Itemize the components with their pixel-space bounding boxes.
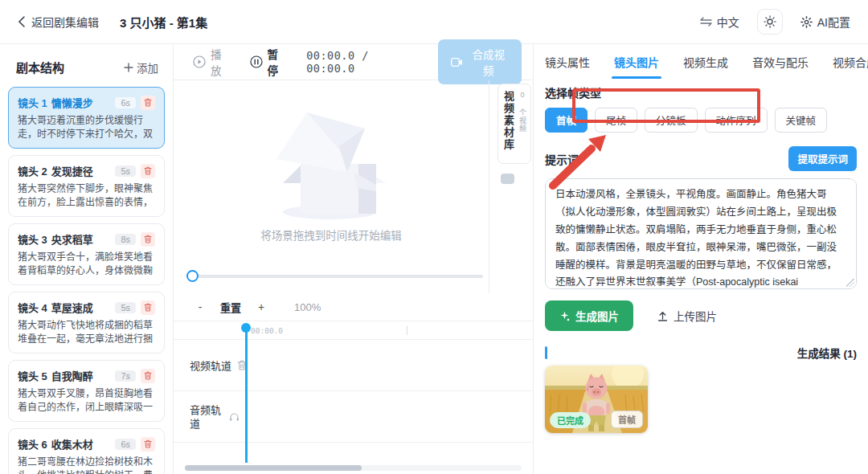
shot-description: 猪大哥双手叉腰，昂首挺胸地看着自己的杰作，闭上眼睛深吸一口气，脸上洋溢着自... [18, 387, 155, 415]
pause-icon [250, 55, 263, 68]
pause-label: 暂停 [268, 46, 288, 78]
stage-seek-slider[interactable] [188, 270, 483, 282]
material-library-tab[interactable]: 视频素材库 0 个视频 [497, 84, 531, 164]
add-shot-button[interactable]: 添加 [124, 59, 158, 76]
frame-option-storyboard[interactable]: 分镜板 [645, 108, 698, 133]
tab-shot-image[interactable]: 镜头图片 [614, 54, 659, 70]
shot-description: 猪大哥迈着沉重的步伐缓慢行走，时不时停下来打个哈欠，双手无力地垂在身侧，一... [18, 114, 155, 141]
episode-title: 3 只小猪 - 第1集 [120, 14, 207, 31]
shot-name: 镜头 6 [18, 436, 47, 452]
material-library-title: 视频素材库 [501, 91, 516, 163]
shot-card-2[interactable]: 镜头 2 发现捷径 5s 猪大哥突然停下脚步，眼神聚焦在前方，脸上露出惊喜的表情… [8, 155, 165, 217]
headphones-icon [229, 412, 240, 422]
delete-shot-button[interactable] [141, 369, 155, 383]
zoom-reset-button[interactable]: 重置 [220, 300, 241, 315]
duration-badge: 6s [115, 97, 136, 108]
gear-icon [800, 16, 813, 28]
delete-shot-button[interactable] [141, 232, 155, 247]
frame-option-keyframe[interactable]: 关键帧 [775, 108, 828, 133]
stage-slider-handle[interactable] [186, 270, 199, 282]
tab-video-compose[interactable]: 视频合成 [833, 54, 868, 70]
delete-shot-button[interactable] [141, 300, 155, 315]
sun-icon [764, 15, 776, 28]
ruler-tick [407, 326, 407, 335]
video-track[interactable]: 视频轨道 [174, 340, 533, 391]
ai-config-button[interactable]: AI配置 [800, 14, 850, 30]
inspector-tabs: 镜头属性 镜头图片 视频生成 音效与配乐 视频合成 [545, 44, 857, 80]
frame-option-last[interactable]: 尾帧 [595, 108, 637, 133]
shot-list: 镜头 1 慵懒漫步 6s 猪大哥迈着沉重的步伐缓慢行走，时不时停下来打个哈欠，双… [0, 85, 173, 474]
frame-option-action-sequence[interactable]: 动作序列 [705, 108, 768, 133]
video-material-library-panel[interactable]: 视频素材库 0 个视频 [489, 80, 533, 293]
play-button[interactable]: 播放 [193, 46, 231, 78]
timeline-zoom-bar: - 重置 + 100% [174, 293, 533, 321]
shot-description: 猪大哥动作飞快地将成捆的稻草堆叠在一起，毫无章法地进行捆绑和搭建，因为动... [18, 319, 155, 346]
delete-shot-button[interactable] [141, 96, 155, 110]
compose-video-button[interactable]: 合成视频 [438, 39, 522, 84]
prompt-textarea[interactable]: 日本动漫风格，全景镜头，平视角度。画面静止。角色猪大哥（拟人化动漫形象，体型圆润… [545, 178, 857, 289]
generated-image-thumbnail[interactable]: 已完成 首帧 [545, 366, 648, 433]
back-to-episodes-button[interactable]: 返回剧集编辑 [18, 14, 99, 30]
ai-config-label: AI配置 [817, 14, 850, 30]
play-label: 播放 [211, 46, 231, 78]
frame-type-label: 选择帧类型 [545, 84, 857, 100]
app-window: 返回剧集编辑 3 只小猪 - 第1集 中文 [0, 0, 868, 474]
preview-stage[interactable]: 将场景拖拽到时间线开始编辑 视频素材库 0 个视频 [174, 80, 533, 293]
slider-track [188, 275, 483, 278]
tab-sfx-music[interactable]: 音效与配乐 [752, 54, 809, 70]
generate-image-label: 生成图片 [575, 308, 619, 324]
delete-shot-button[interactable] [141, 164, 155, 178]
timeline-ruler[interactable]: 00:00.0 [174, 321, 533, 340]
generate-image-button[interactable]: 生成图片 [545, 300, 633, 331]
shot-name: 镜头 3 [18, 231, 47, 247]
duration-badge: 6s [115, 439, 136, 450]
shot-subtitle: 草屋速成 [51, 300, 93, 315]
pause-button[interactable]: 暂停 [250, 46, 288, 78]
add-label: 添加 [137, 59, 158, 76]
timeline-scrollbar[interactable] [185, 465, 522, 471]
plus-icon [124, 63, 133, 72]
shot-card-4[interactable]: 镜头 4 草屋速成 5s 猪大哥动作飞快地将成捆的稻草堆叠在一起，毫无章法地进行… [8, 292, 165, 353]
extract-prompt-button[interactable]: 提取提示词 [788, 146, 857, 171]
stage-empty-hint: 将场景拖拽到时间线开始编辑 [260, 227, 402, 243]
upload-icon [657, 311, 668, 321]
sparkle-icon [559, 311, 570, 321]
shot-name: 镜头 1 [18, 95, 47, 110]
language-label: 中文 [717, 14, 739, 30]
upload-image-button[interactable]: 上传图片 [657, 308, 717, 324]
shot-subtitle: 自我陶醉 [51, 368, 93, 383]
theme-toggle-button[interactable] [757, 9, 783, 35]
video-camera-icon [451, 58, 463, 67]
editor-center-panel: 播放 暂停 00:00.0 / 00:00.0 合成视频 [174, 44, 533, 474]
zoom-level-value: 100% [294, 301, 321, 313]
swap-arrows-icon [700, 17, 712, 27]
language-switch-button[interactable]: 中文 [700, 14, 739, 30]
tab-video-generation[interactable]: 视频生成 [683, 54, 728, 70]
prompt-label: 提示词 [545, 151, 579, 167]
player-toolbar: 播放 暂停 00:00.0 / 00:00.0 合成视频 [174, 44, 533, 80]
timeline-scrollbar-thumb[interactable] [185, 465, 362, 471]
shot-card-1[interactable]: 镜头 1 慵懒漫步 6s 猪大哥迈着沉重的步伐缓慢行走，时不时停下来打个哈欠，双… [8, 87, 165, 149]
material-collapse-handle[interactable] [501, 174, 514, 184]
time-display: 00:00.0 / 00:00.0 [306, 49, 419, 75]
tab-shot-properties[interactable]: 镜头属性 [545, 54, 590, 70]
shot-subtitle: 慵懒漫步 [51, 95, 93, 110]
textarea-resize-handle[interactable] [846, 279, 854, 287]
shot-card-3[interactable]: 镜头 3 央求稻草 8s 猪大哥双手合十，满脸堆笑地看着背稻草的好心人，身体微微… [8, 223, 165, 285]
timeline[interactable]: 00:00.0 视频轨道 音频轨道 [174, 321, 533, 474]
sidebar-title: 剧本结构 [16, 59, 64, 76]
zoom-out-button[interactable]: - [194, 300, 206, 313]
shot-description: 猪大哥突然停下脚步，眼神聚焦在前方，脸上露出惊喜的表情，原本半眯的眼睛瞬间... [18, 182, 155, 210]
shot-card-5[interactable]: 镜头 5 自我陶醉 7s 猪大哥双手叉腰，昂首挺胸地看着自己的杰作，闭上眼睛深吸… [8, 360, 165, 422]
empty-box-illustration [270, 101, 392, 223]
shot-inspector-panel: 镜头属性 镜头图片 视频生成 音效与配乐 视频合成 选择帧类型 首帧 尾帧 分镜… [533, 44, 868, 474]
frame-option-first[interactable]: 首帧 [545, 108, 588, 133]
chevron-left-icon [18, 16, 25, 27]
script-structure-panel: 剧本结构 添加 镜头 1 慵懒漫步 6s [0, 44, 174, 474]
duration-badge: 5s [115, 302, 136, 313]
audio-track[interactable]: 音频轨道 [174, 391, 533, 443]
zoom-in-button[interactable]: + [256, 300, 267, 313]
trash-icon[interactable] [237, 360, 247, 370]
shot-card-6[interactable]: 镜头 6 收集木材 6s 猪二哥弯腰在林边捡拾树枝和木头，他挑选比较粗壮的树干，… [8, 428, 165, 474]
delete-shot-button[interactable] [141, 437, 155, 452]
